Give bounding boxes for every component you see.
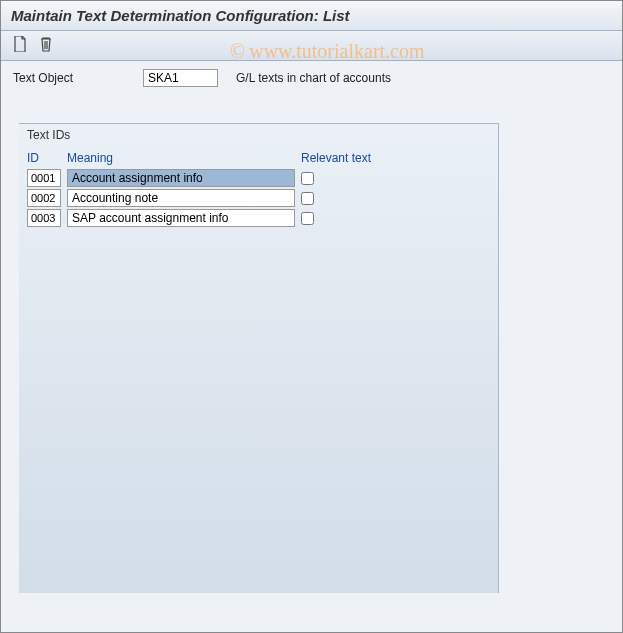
text-object-description: G/L texts in chart of accounts — [236, 71, 391, 85]
table-row — [27, 208, 490, 228]
panel-title: Text IDs — [19, 124, 498, 146]
header-id: ID — [27, 151, 61, 165]
id-cell[interactable] — [27, 189, 61, 207]
content-area: Text Object G/L texts in chart of accoun… — [1, 61, 622, 632]
relevant-checkbox[interactable] — [301, 192, 314, 205]
new-button[interactable] — [9, 35, 31, 57]
delete-button[interactable] — [35, 35, 57, 57]
meaning-cell[interactable] — [67, 209, 295, 227]
meaning-cell[interactable] — [67, 169, 295, 187]
relevant-checkbox[interactable] — [301, 212, 314, 225]
page-title: Maintain Text Determination Configuratio… — [11, 7, 350, 24]
text-ids-panel: Text IDs ID Meaning Relevant text — [1, 123, 622, 632]
text-ids-grid: ID Meaning Relevant text — [19, 146, 498, 236]
app-window: Maintain Text Determination Configuratio… — [0, 0, 623, 633]
id-cell[interactable] — [27, 209, 61, 227]
document-icon — [13, 36, 27, 55]
text-object-input[interactable] — [143, 69, 218, 87]
toolbar — [1, 31, 622, 61]
header-relevant: Relevant text — [301, 151, 421, 165]
text-object-row: Text Object G/L texts in chart of accoun… — [1, 61, 622, 95]
grid-header: ID Meaning Relevant text — [27, 148, 490, 168]
header-meaning: Meaning — [67, 151, 295, 165]
relevant-checkbox[interactable] — [301, 172, 314, 185]
table-row — [27, 168, 490, 188]
id-cell[interactable] — [27, 169, 61, 187]
meaning-cell[interactable] — [67, 189, 295, 207]
titlebar: Maintain Text Determination Configuratio… — [1, 1, 622, 31]
table-row — [27, 188, 490, 208]
text-object-label: Text Object — [13, 71, 133, 85]
trash-icon — [39, 36, 53, 55]
